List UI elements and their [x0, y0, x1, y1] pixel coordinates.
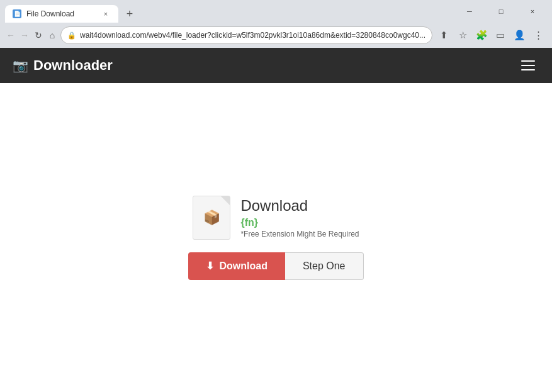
file-icon: 📦: [193, 196, 230, 240]
sidebar-icon[interactable]: ▭: [492, 26, 509, 44]
refresh-button[interactable]: ↻: [33, 26, 44, 44]
navbar-brand: 📷 Downloader: [13, 57, 517, 74]
brand-name: Downloader: [33, 57, 113, 74]
download-button-label: Download: [219, 260, 267, 272]
home-button[interactable]: ⌂: [47, 26, 58, 44]
address-bar-row: ← → ↻ ⌂ 🔒 wait4download.com/webv4/file_l…: [0, 23, 552, 48]
lock-icon: 🔒: [67, 31, 76, 40]
main-content: 📦 Download {fn} *Free Extension Might Be…: [0, 83, 552, 392]
toolbar-icons: ⬆ ☆ 🧩 ▭ 👤 ⋮: [435, 26, 547, 44]
profile-icon[interactable]: 👤: [510, 26, 528, 44]
window-controls: ─ □ ×: [455, 1, 547, 21]
download-arrow-icon: ⬇: [206, 260, 214, 272]
url-text: wait4download.com/webv4/file_loader?clic…: [80, 31, 425, 40]
address-bar[interactable]: 🔒 wait4download.com/webv4/file_loader?cl…: [60, 26, 432, 44]
tab-close-button[interactable]: ×: [101, 9, 111, 19]
close-window-button[interactable]: ×: [518, 1, 547, 21]
minimize-button[interactable]: ─: [455, 1, 484, 21]
extensions-icon[interactable]: 🧩: [473, 26, 490, 44]
hamburger-line-1: [521, 60, 535, 62]
hamburger-line-3: [521, 69, 535, 70]
active-tab[interactable]: 📄 File Download ×: [5, 5, 118, 23]
tab-title: File Download: [26, 9, 96, 18]
file-details: Download {fn} *Free Extension Might Be R…: [240, 197, 359, 238]
title-bar: 📄 File Download × + ─ □ ×: [0, 0, 552, 23]
tab-strip: 📄 File Download × +: [5, 0, 455, 23]
hamburger-line-2: [521, 65, 535, 66]
download-button[interactable]: ⬇ Download: [188, 252, 284, 280]
menu-icon[interactable]: ⋮: [529, 26, 547, 44]
share-icon[interactable]: ⬆: [435, 26, 453, 44]
browser-chrome: 📄 File Download × + ─ □ × ← → ↻ ⌂ 🔒 wait…: [0, 0, 552, 48]
new-tab-button[interactable]: +: [121, 5, 138, 23]
file-type-icon: 📦: [203, 210, 220, 226]
navbar-toggle-button[interactable]: [517, 54, 539, 77]
tab-favicon: 📄: [13, 9, 21, 18]
forward-button[interactable]: →: [19, 26, 30, 44]
file-name: {fn}: [240, 217, 359, 228]
file-title: Download: [240, 197, 359, 215]
button-row: ⬇ Download Step One: [188, 252, 363, 280]
step-one-button[interactable]: Step One: [285, 252, 364, 280]
back-button[interactable]: ←: [5, 26, 16, 44]
file-info: 📦 Download {fn} *Free Extension Might Be…: [193, 196, 359, 240]
bookmark-icon[interactable]: ☆: [454, 26, 471, 44]
brand-icon: 📷: [13, 58, 28, 73]
download-card: 📦 Download {fn} *Free Extension Might Be…: [188, 196, 363, 280]
file-note: *Free Extension Might Be Required: [240, 230, 359, 238]
navbar: 📷 Downloader: [0, 48, 552, 83]
maximize-button[interactable]: □: [487, 1, 515, 21]
page: 📷 Downloader 📦 Download {fn} *Free Exten…: [0, 48, 552, 392]
